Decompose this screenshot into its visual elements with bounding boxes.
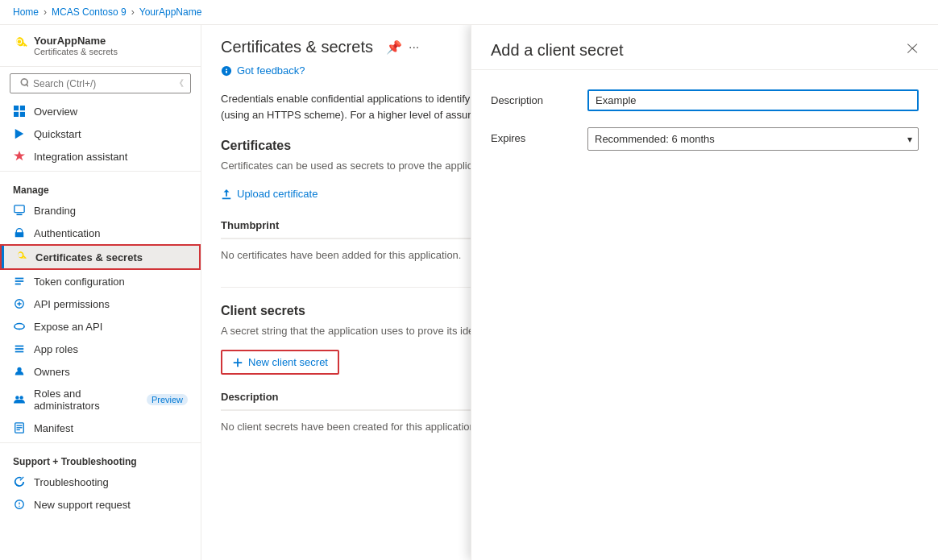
integration-label: Integration assistant	[34, 151, 127, 163]
new-support-icon	[13, 498, 26, 511]
expires-label: Expires	[491, 127, 587, 144]
expose-api-icon	[13, 320, 26, 333]
breadcrumb-home[interactable]: Home	[13, 6, 39, 18]
expose-api-label: Expose an API	[34, 321, 102, 333]
pin-button[interactable]: 📌	[386, 39, 402, 55]
sidebar-item-manifest[interactable]: Manifest	[0, 417, 201, 439]
manifest-label: Manifest	[34, 422, 73, 434]
sidebar-header: YourAppName Certificates & secrets	[0, 25, 201, 67]
description-control	[587, 89, 919, 111]
feedback-icon	[221, 65, 232, 77]
support-divider	[0, 442, 201, 443]
upload-certificate-button[interactable]: Upload certificate	[221, 185, 318, 203]
sidebar-item-authentication[interactable]: Authentication	[0, 222, 201, 244]
manifest-icon	[13, 421, 26, 434]
sidebar-item-token[interactable]: Token configuration	[0, 270, 201, 292]
troubleshooting-icon	[13, 475, 26, 488]
close-icon	[906, 42, 919, 55]
svg-marker-4	[15, 129, 24, 139]
sidebar-item-app-roles[interactable]: App roles	[0, 338, 201, 360]
panel-close-button[interactable]	[906, 42, 919, 59]
roles-admin-icon	[13, 393, 26, 406]
svg-rect-21	[17, 429, 20, 430]
sidebar-item-quickstart[interactable]: Quickstart	[0, 122, 201, 145]
page-title: Certificates & secrets	[221, 38, 373, 56]
svg-rect-19	[17, 425, 23, 426]
svg-rect-5	[15, 205, 24, 213]
manage-section-title: Manage	[0, 175, 201, 199]
sidebar-item-integration[interactable]: Integration assistant	[0, 145, 201, 168]
svg-rect-8	[15, 280, 24, 282]
svg-rect-6	[17, 214, 23, 215]
sidebar-item-owners[interactable]: Owners	[0, 360, 201, 383]
sidebar-item-branding[interactable]: Branding	[0, 199, 201, 222]
panel-header: Add a client secret	[471, 25, 938, 70]
search-box[interactable]: 《	[10, 73, 191, 93]
roles-admin-label: Roles and administrators	[34, 388, 135, 412]
sidebar-page-name: Certificates & secrets	[34, 47, 118, 56]
sidebar-item-new-support[interactable]: New support request	[0, 493, 201, 516]
new-support-label: New support request	[34, 499, 131, 511]
app-roles-icon	[13, 342, 26, 355]
preview-badge: Preview	[147, 394, 188, 405]
add-client-secret-panel: Add a client secret Description Expires	[471, 25, 938, 560]
owners-icon	[13, 365, 26, 378]
description-input[interactable]	[587, 89, 919, 111]
sidebar-item-troubleshooting[interactable]: Troubleshooting	[0, 471, 201, 493]
svg-point-16	[15, 396, 19, 399]
api-permissions-label: API permissions	[34, 298, 110, 310]
quickstart-icon	[13, 127, 26, 140]
sidebar-item-certificates[interactable]: Certificates & secrets	[0, 244, 201, 270]
token-label: Token configuration	[34, 276, 125, 288]
svg-rect-1	[20, 106, 25, 110]
authentication-label: Authentication	[34, 227, 100, 239]
svg-rect-2	[14, 112, 19, 117]
svg-rect-3	[20, 112, 25, 117]
breadcrumb-mcas[interactable]: MCAS Contoso 9	[52, 6, 127, 18]
sidebar-item-expose-api[interactable]: Expose an API	[0, 315, 201, 338]
svg-rect-0	[14, 106, 19, 110]
upload-btn-label: Upload certificate	[237, 188, 318, 200]
svg-rect-12	[15, 346, 24, 347]
new-client-secret-button[interactable]: New client secret	[221, 350, 339, 375]
branding-icon	[13, 204, 26, 217]
expires-select[interactable]: Recommended: 6 months 3 months 12 months…	[587, 127, 919, 151]
svg-rect-20	[17, 427, 23, 428]
overview-label: Overview	[34, 106, 77, 118]
api-icon	[13, 297, 26, 310]
manage-divider	[0, 171, 201, 172]
plus-icon	[232, 357, 243, 368]
svg-rect-13	[15, 348, 24, 350]
description-label: Description	[491, 89, 587, 106]
owners-label: Owners	[34, 366, 70, 378]
content-actions: 📌 ···	[386, 39, 419, 55]
content-area: Certificates & secrets 📌 ··· Got feedbac…	[201, 25, 938, 560]
certificates-label: Certificates & secrets	[35, 251, 143, 263]
integration-icon	[13, 150, 26, 163]
sidebar-item-roles-admin[interactable]: Roles and administrators Preview	[0, 383, 201, 417]
sidebar: YourAppName Certificates & secrets 《 Ove…	[0, 25, 201, 560]
expires-control: Recommended: 6 months 3 months 12 months…	[587, 127, 919, 151]
key-icon	[13, 37, 27, 54]
svg-rect-14	[15, 351, 24, 353]
feedback-label: Got feedback?	[237, 64, 305, 77]
breadcrumb-app[interactable]: YourAppName	[139, 6, 202, 18]
sidebar-item-overview[interactable]: Overview	[0, 100, 201, 122]
new-secret-label: New client secret	[248, 356, 328, 368]
svg-rect-7	[15, 278, 24, 280]
sidebar-item-api-permissions[interactable]: API permissions	[0, 292, 201, 315]
more-button[interactable]: ···	[409, 39, 419, 55]
sidebar-app-name: YourAppName	[34, 35, 118, 47]
search-icon	[17, 78, 28, 89]
svg-rect-9	[15, 284, 21, 285]
panel-title: Add a client secret	[491, 41, 624, 60]
description-row: Description	[491, 89, 919, 111]
branding-label: Branding	[34, 205, 76, 217]
certificates-icon	[15, 251, 27, 263]
expires-row: Expires Recommended: 6 months 3 months 1…	[491, 127, 919, 151]
breadcrumb: Home › MCAS Contoso 9 › YourAppName	[0, 0, 938, 25]
collapse-icon[interactable]: 《	[175, 77, 184, 89]
svg-point-17	[19, 396, 23, 399]
authentication-icon	[13, 226, 26, 239]
search-input[interactable]	[33, 78, 170, 89]
